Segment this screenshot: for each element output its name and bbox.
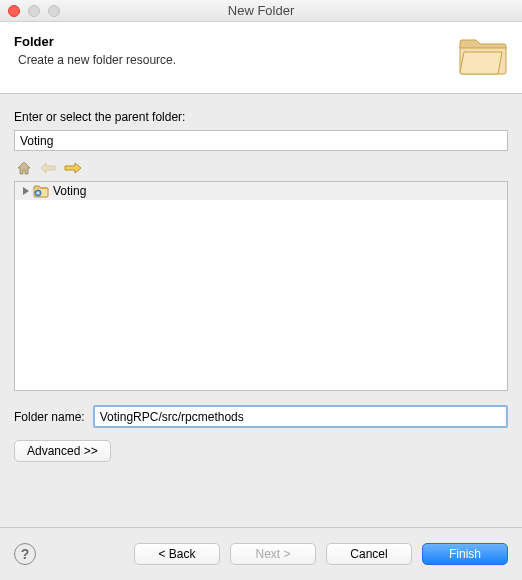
- dialog-subtitle: Create a new folder resource.: [18, 53, 176, 67]
- folder-large-icon: [458, 34, 508, 76]
- window-title: New Folder: [0, 3, 522, 18]
- svg-rect-2: [37, 192, 39, 193]
- next-button: Next >: [230, 543, 316, 565]
- folder-name-input[interactable]: [93, 405, 508, 428]
- back-arrow-icon[interactable]: [40, 161, 56, 175]
- forward-arrow-icon[interactable]: [64, 161, 82, 175]
- dialog-title: Folder: [14, 34, 176, 49]
- dialog-header: Folder Create a new folder resource.: [0, 22, 522, 94]
- finish-button[interactable]: Finish: [422, 543, 508, 565]
- folder-tree[interactable]: Voting: [14, 181, 508, 391]
- nav-toolbar: [14, 157, 508, 179]
- tree-item-label: Voting: [53, 184, 86, 198]
- parent-folder-label: Enter or select the parent folder:: [14, 110, 508, 124]
- project-folder-icon: [33, 184, 49, 198]
- disclosure-triangle-icon[interactable]: [23, 187, 29, 195]
- folder-name-label: Folder name:: [14, 410, 85, 424]
- cancel-button[interactable]: Cancel: [326, 543, 412, 565]
- advanced-button[interactable]: Advanced >>: [14, 440, 111, 462]
- home-icon[interactable]: [16, 160, 32, 176]
- parent-folder-input[interactable]: [14, 130, 508, 151]
- tree-row[interactable]: Voting: [15, 182, 507, 200]
- titlebar: New Folder: [0, 0, 522, 22]
- back-button[interactable]: < Back: [134, 543, 220, 565]
- dialog-footer: ? < Back Next > Cancel Finish: [0, 528, 522, 580]
- help-icon[interactable]: ?: [14, 543, 36, 565]
